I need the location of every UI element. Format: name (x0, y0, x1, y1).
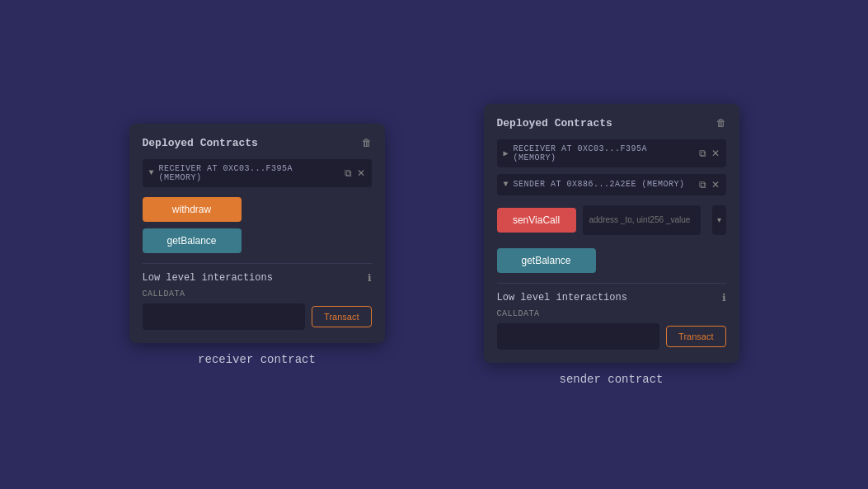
receiver-getbalance-button[interactable]: getBalance (143, 228, 242, 253)
receiver-low-level-header: Low level interactions ℹ (143, 272, 372, 284)
sender-panel: Deployed Contracts 🗑 ▶ RECEIVER AT 0XC03… (484, 104, 739, 363)
sender-getbalance-button[interactable]: getBalance (497, 248, 596, 273)
withdraw-button[interactable]: withdraw (143, 197, 242, 222)
receiver-buttons-section: withdraw getBalance (143, 197, 372, 253)
sender-info-icon[interactable]: ℹ (722, 292, 726, 304)
sender-low-level-title: Low level interactions (497, 292, 627, 303)
sender-contract2-row: ▼ SENDER AT 0X886...2A2EE (MEMORY) ⧉ ✕ (497, 174, 726, 195)
sender-contract2-chevron-icon[interactable]: ▼ (504, 180, 509, 189)
sender-calldata-label: CALLDATA (497, 309, 726, 318)
receiver-calldata-row: Transact (143, 303, 372, 330)
sender-contract-wrapper: Deployed Contracts 🗑 ▶ RECEIVER AT 0XC03… (484, 104, 739, 386)
receiver-contract-row: ▼ RECEIVER AT 0XC03...F395A (MEMORY) ⧉ ✕ (143, 159, 372, 187)
sender-contract2-label: SENDER AT 0X886...2A2EE (MEMORY) (514, 180, 694, 189)
sender-contract2-close-button[interactable]: ✕ (711, 179, 720, 190)
sender-buttons-section: senViaCall ▾ getBalance (497, 205, 726, 273)
receiver-contract-label: RECEIVER AT 0XC03...F395A (MEMORY) (159, 164, 340, 182)
sender-contract1-chevron-icon[interactable]: ▶ (504, 148, 509, 158)
sender-transact-button[interactable]: Transact (666, 326, 725, 347)
receiver-calldata-input[interactable] (143, 303, 306, 330)
receiver-low-level-section: Low level interactions ℹ CALLDATA Transa… (143, 263, 372, 330)
sender-panel-title: Deployed Contracts (497, 117, 612, 129)
receiver-panel-title: Deployed Contracts (143, 137, 258, 149)
sendviacall-dropdown-button[interactable]: ▾ (712, 205, 726, 235)
sender-calldata-row: Transact (497, 323, 726, 350)
main-container: Deployed Contracts 🗑 ▼ RECEIVER AT 0XC03… (0, 0, 868, 489)
sender-calldata-input[interactable] (497, 323, 660, 350)
receiver-trash-button[interactable]: 🗑 (362, 137, 372, 148)
receiver-contract-wrapper: Deployed Contracts 🗑 ▼ RECEIVER AT 0XC03… (129, 124, 385, 366)
receiver-chevron-icon[interactable]: ▼ (149, 168, 154, 177)
sender-trash-button[interactable]: 🗑 (716, 117, 726, 129)
sender-panel-header: Deployed Contracts 🗑 (497, 117, 726, 129)
sendviacall-row: senViaCall ▾ (497, 205, 726, 235)
sender-contract1-row: ▶ RECEIVER AT 0XC03...F395A (MEMORY) ⧉ ✕ (497, 139, 726, 167)
sender-footer-label: sender contract (559, 373, 663, 386)
receiver-footer-label: receiver contract (198, 353, 316, 366)
sender-contract1-copy-button[interactable]: ⧉ (699, 148, 706, 159)
receiver-panel: Deployed Contracts 🗑 ▼ RECEIVER AT 0XC03… (129, 124, 385, 343)
sender-low-level-section: Low level interactions ℹ CALLDATA Transa… (497, 283, 726, 350)
receiver-copy-button[interactable]: ⧉ (345, 167, 352, 179)
sender-contract1-label: RECEIVER AT 0XC03...F395A (MEMORY) (514, 144, 694, 162)
sendviacall-button[interactable]: senViaCall (497, 208, 576, 233)
sender-contract2-copy-button[interactable]: ⧉ (699, 179, 706, 190)
receiver-panel-header: Deployed Contracts 🗑 (143, 137, 372, 149)
sender-contract1-close-button[interactable]: ✕ (711, 148, 720, 159)
receiver-calldata-label: CALLDATA (143, 289, 372, 299)
receiver-low-level-title: Low level interactions (143, 272, 273, 284)
sender-low-level-header: Low level interactions ℹ (497, 292, 726, 304)
receiver-transact-button[interactable]: Transact (312, 306, 371, 327)
sendviacall-input[interactable] (583, 205, 701, 235)
receiver-info-icon[interactable]: ℹ (368, 272, 372, 284)
receiver-close-button[interactable]: ✕ (357, 167, 365, 179)
